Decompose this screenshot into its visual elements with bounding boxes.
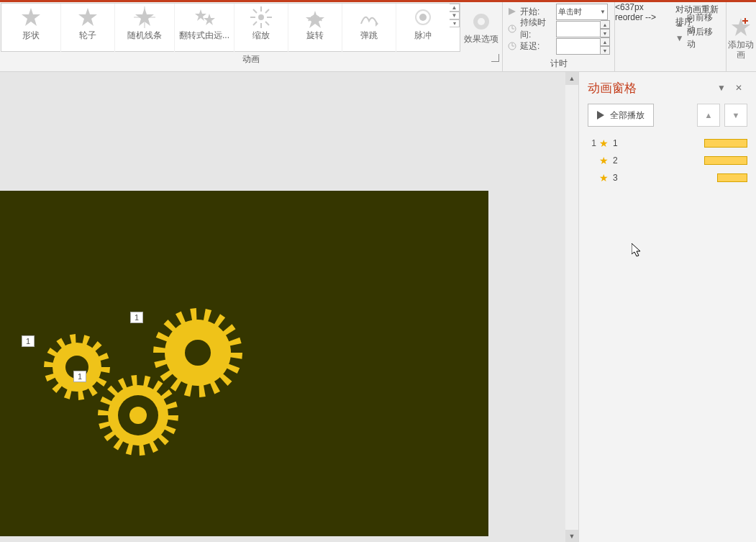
close-icon[interactable]: ✕	[730, 79, 747, 96]
svg-marker-47	[204, 309, 212, 322]
animation-tag[interactable]: 1	[130, 312, 143, 323]
svg-marker-42	[153, 346, 166, 353]
anim-pulse[interactable]: 脉冲	[396, 4, 450, 53]
timing-bar	[717, 173, 747, 182]
slide-canvas-area: ▲ ▼	[0, 72, 578, 542]
svg-marker-55	[158, 434, 169, 446]
chevron-down-icon: ▼	[600, 9, 606, 15]
effect-options-icon	[470, 11, 492, 32]
pulse-icon	[412, 6, 434, 28]
star-icon	[77, 6, 99, 28]
svg-line-12	[253, 9, 257, 13]
svg-marker-54	[163, 425, 176, 435]
anim-label: 形状	[22, 30, 40, 42]
svg-marker-89	[597, 111, 604, 119]
move-down-button[interactable]: ▼	[724, 104, 747, 127]
anim-label: 随机线条	[127, 30, 162, 42]
animation-tag[interactable]: 1	[22, 335, 35, 347]
burst-icon	[250, 6, 272, 28]
svg-marker-49	[222, 324, 236, 336]
add-animation-label: 添加动画	[727, 40, 756, 60]
anim-label: 翻转式由远...	[179, 30, 229, 42]
item-seq: 1	[588, 138, 596, 148]
svg-marker-57	[139, 443, 145, 456]
svg-marker-33	[229, 353, 242, 359]
animation-list: 1 ★ 1 ★ 2 ★ 3	[579, 135, 756, 187]
svg-marker-22	[509, 8, 516, 15]
add-animation-button[interactable]: 添加动画	[727, 2, 756, 71]
svg-marker-80	[45, 374, 57, 381]
delay-label: 延迟:	[520, 40, 556, 53]
anim-label: 缩放	[252, 30, 270, 42]
spinner-up-icon[interactable]: ▲	[601, 37, 610, 46]
add-star-icon	[730, 17, 752, 38]
list-item[interactable]: ★ 2	[588, 153, 747, 168]
star-burst-icon	[134, 6, 155, 28]
anim-grow-turn[interactable]: 翻转式由远...	[174, 4, 234, 53]
arrow-down-icon: ▼	[675, 33, 684, 43]
pane-menu-icon[interactable]: ▼	[713, 79, 730, 96]
delay-input[interactable]	[556, 38, 601, 55]
svg-line-15	[253, 22, 257, 25]
svg-point-21	[478, 18, 485, 25]
svg-point-18	[419, 14, 427, 21]
anim-zoom[interactable]: 缩放	[234, 4, 288, 53]
gallery-down-icon[interactable]: ▼	[450, 12, 460, 19]
spinner-up-icon[interactable]: ▲	[601, 20, 610, 29]
play-all-button[interactable]: 全部播放	[588, 104, 654, 127]
anim-swivel[interactable]: 旋转	[288, 4, 342, 53]
spinner-down-icon[interactable]: ▼	[601, 29, 610, 37]
start-select[interactable]: 单击时▼	[556, 4, 608, 20]
duration-input[interactable]	[556, 21, 601, 37]
svg-marker-43	[156, 332, 170, 342]
dialog-launcher-icon[interactable]	[491, 54, 499, 62]
gallery-scroll[interactable]: ▲ ▼ ▾	[450, 4, 460, 27]
move-later-label: 向后移动	[687, 26, 720, 50]
anim-random-bars[interactable]: 随机线条	[114, 4, 174, 53]
svg-marker-86	[91, 341, 102, 352]
svg-marker-65	[118, 378, 127, 390]
list-item[interactable]: ★ 3	[588, 170, 747, 186]
svg-marker-76	[88, 385, 98, 396]
svg-line-14	[265, 9, 269, 13]
vertical-scrollbar[interactable]: ▲ ▼	[565, 72, 578, 542]
effect-options-button[interactable]: 效果选项	[460, 2, 502, 50]
gallery-up-icon[interactable]: ▲	[450, 4, 460, 12]
start-value: 单击时	[558, 6, 582, 17]
svg-marker-34	[226, 363, 240, 374]
star-icon	[20, 6, 42, 28]
slide[interactable]: 1 1 1	[0, 191, 488, 536]
animation-gallery[interactable]: 形状 轮子 随机线条 翻转式由远... 缩放	[1, 3, 460, 52]
play-icon	[507, 6, 517, 17]
double-star-icon	[193, 6, 215, 28]
group-label-timing: 计时	[507, 54, 610, 71]
svg-marker-78	[64, 388, 72, 399]
svg-marker-81	[44, 361, 55, 367]
animation-tag[interactable]: 1	[73, 371, 86, 382]
svg-marker-0	[22, 8, 40, 26]
svg-marker-35	[219, 373, 232, 386]
move-later-button[interactable]: ▼向后移动	[675, 31, 720, 45]
anim-label: 脉冲	[414, 30, 432, 42]
ribbon: 形状 轮子 随机线条 翻转式由远... 缩放	[0, 2, 756, 72]
svg-marker-48	[214, 314, 225, 328]
scroll-up-icon[interactable]: ▲	[565, 72, 578, 85]
list-item[interactable]: 1 ★ 1	[588, 135, 747, 151]
swirl-icon	[304, 6, 326, 28]
gallery-more-icon[interactable]: ▾	[450, 19, 460, 27]
anim-wheel[interactable]: 轮子	[60, 4, 114, 53]
svg-marker-84	[70, 334, 76, 345]
anim-bounce[interactable]: 弹跳	[342, 4, 396, 53]
anim-shape[interactable]: 形状	[1, 4, 60, 53]
svg-marker-66	[131, 375, 137, 387]
scroll-down-icon[interactable]: ▼	[565, 530, 578, 542]
pane-title: 动画窗格	[588, 80, 713, 96]
timing-bar	[704, 139, 747, 148]
gear-icon[interactable]	[41, 331, 113, 403]
svg-point-72	[129, 407, 147, 424]
duration-label: 持续时间:	[520, 17, 556, 41]
item-name: 3	[613, 173, 717, 183]
star-icon: ★	[599, 172, 609, 184]
move-up-button[interactable]: ▲	[697, 104, 720, 127]
timing-group: 开始: 单击时▼ 持续时间: ▲▼ 延迟: ▲▼ 计时	[503, 2, 615, 71]
